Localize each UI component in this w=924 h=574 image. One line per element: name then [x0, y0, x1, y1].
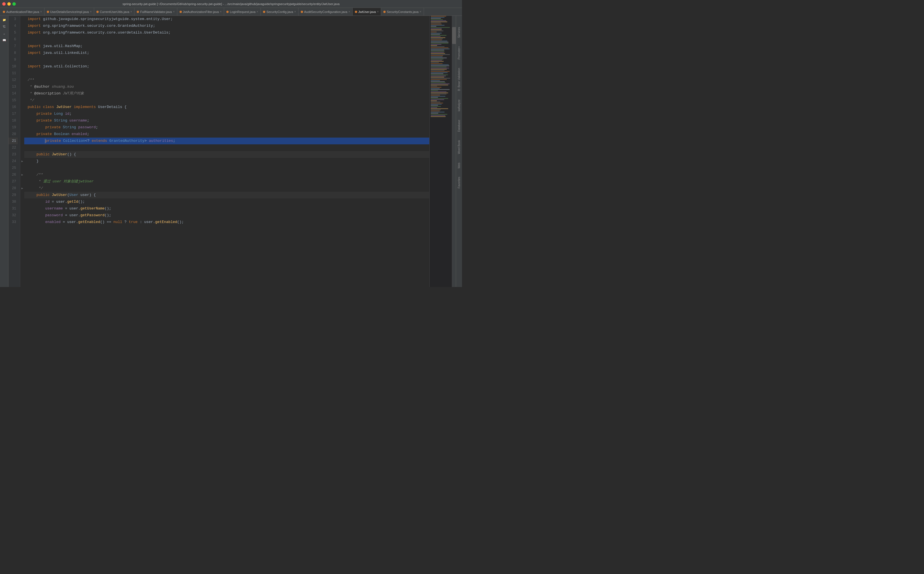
traffic-lights [2, 2, 16, 6]
tab-current-user[interactable]: CurrentUserUtils.java× [94, 8, 134, 16]
code-line[interactable]: */ [24, 97, 429, 104]
minimap-line [431, 98, 448, 99]
scrollbar[interactable] [452, 16, 456, 287]
code-line[interactable]: * 通过 user 对象创建jwtUser [24, 178, 429, 185]
code-line[interactable] [24, 144, 429, 151]
code-line[interactable]: * @description JWT用户对象 [24, 90, 429, 97]
code-line[interactable]: public JwtUser() { [24, 151, 429, 158]
line-number: 26 [8, 172, 18, 178]
tab-user-details-impl[interactable]: UserDetailsServiceImpl.java× [44, 8, 94, 16]
code-line[interactable]: private Long id; [24, 110, 429, 117]
fold-marker[interactable]: ▶ [20, 172, 24, 178]
code-token: ; [69, 110, 72, 117]
line-number: 33 [8, 219, 18, 226]
line-number: 5 [8, 29, 18, 36]
right-sidebar-label[interactable]: B: Bean Validation [458, 68, 461, 91]
code-line[interactable]: public class JwtUser implements UserDeta… [24, 104, 429, 110]
tab-security-constants[interactable]: SecurityConstants.java× [381, 8, 423, 16]
tab-auth-filter[interactable]: AuthenticationFilter.java× [0, 8, 44, 16]
code-line[interactable]: enabled = user.getEnabled() == null ? tr… [24, 219, 429, 226]
code-line[interactable]: import github.javaguide.springsecurityjw… [24, 16, 429, 22]
code-line[interactable]: username = user.getUserName(); [24, 205, 429, 212]
line-number: 30 [8, 199, 18, 205]
code-line[interactable]: public JwtUser(User user) { [24, 192, 429, 199]
minimap-line [431, 93, 448, 93]
tab-dot [301, 11, 303, 13]
code-line[interactable]: import java.util.LinkedList; [24, 50, 429, 57]
tab-close-icon[interactable]: × [131, 10, 132, 13]
minimap-line [431, 54, 450, 55]
code-line[interactable]: import java.util.Collection; [24, 63, 429, 70]
code-line[interactable]: private String username; [24, 117, 429, 124]
close-button[interactable] [2, 2, 6, 6]
code-line[interactable]: */ [24, 185, 429, 192]
code-token: UserDetails [98, 104, 124, 110]
tab-close-icon[interactable]: × [377, 10, 379, 13]
minimap-line [431, 36, 441, 37]
tab-security-config[interactable]: SecurityConfig.java× [261, 8, 299, 16]
right-sidebar-label[interactable]: Services [458, 27, 461, 38]
minimap-line [431, 116, 445, 117]
code-token: GrantedAuthority [109, 137, 145, 144]
tab-close-icon[interactable]: × [348, 10, 350, 13]
tab-jwt-auth-filter[interactable]: JwtAuthorizationFilter.java× [177, 8, 224, 16]
code-line[interactable]: id = user.getId(); [24, 199, 429, 205]
code-editor[interactable]: import github.javaguide.springsecurityjw… [24, 16, 429, 287]
tab-close-icon[interactable]: × [220, 10, 222, 13]
right-sidebar-label[interactable]: Web [458, 162, 461, 168]
maximize-button[interactable] [13, 2, 16, 6]
tab-close-icon[interactable]: × [420, 10, 422, 13]
sidebar-learn-icon[interactable]: 📖 [0, 37, 8, 43]
sidebar-structure-icon[interactable]: 🏗 [0, 24, 8, 30]
code-line[interactable]: /** [24, 77, 429, 84]
code-line[interactable]: private String password; [24, 124, 429, 131]
code-token: getEnabled [155, 219, 177, 226]
code-line[interactable]: private Boolean enabled; [24, 131, 429, 137]
tab-jwt-user[interactable]: JwtUser.java× [353, 8, 381, 16]
right-sidebar-label[interactable]: Database [458, 120, 461, 132]
code-token: null [113, 219, 122, 226]
minimap-line [431, 85, 448, 85]
tab-login-request[interactable]: LoginRequest.java× [224, 8, 261, 16]
code-line[interactable] [24, 36, 429, 43]
code-line[interactable]: * @author shuang.kou [24, 84, 429, 90]
code-line[interactable] [24, 57, 429, 63]
right-sidebar-label[interactable]: kafkalyze [458, 99, 461, 111]
code-token: @description [34, 90, 61, 97]
code-token: <? [85, 137, 90, 144]
sidebar-cloud-icon[interactable]: ☁ [0, 30, 8, 37]
code-token: Collection [63, 137, 85, 144]
code-line[interactable]: import org.springframework.security.core… [24, 29, 429, 36]
code-line[interactable]: private Collection<? extends GrantedAuth… [24, 137, 429, 144]
right-sidebar-label[interactable]: Promoter+ [458, 46, 461, 60]
minimize-button[interactable] [7, 2, 11, 6]
code-token: User [69, 192, 80, 199]
code-line[interactable]: /** [24, 172, 429, 178]
code-line[interactable]: import java.util.HashMap; [24, 43, 429, 50]
tab-close-icon[interactable]: × [257, 10, 258, 13]
minimap-line [431, 18, 441, 19]
code-token: import [28, 50, 43, 57]
code-line[interactable]: import org.springframework.security.core… [24, 22, 429, 29]
fold-marker[interactable]: ▶ [20, 185, 24, 192]
right-sidebar-label[interactable]: Word Book [458, 140, 461, 154]
tab-close-icon[interactable]: × [294, 10, 296, 13]
tab-audit-security[interactable]: AuditSecurityConfiguration.java× [299, 8, 353, 16]
tab-full-name-validator[interactable]: FullNameValidator.java× [134, 8, 177, 16]
tab-close-icon[interactable]: × [40, 10, 42, 13]
fold-marker [20, 199, 24, 205]
minimap-line [431, 74, 448, 75]
right-sidebar-label[interactable]: Favorites [458, 177, 461, 188]
tab-close-icon[interactable]: × [173, 10, 175, 13]
code-token: ; [87, 117, 89, 124]
code-line[interactable]: password = user.getPassword(); [24, 212, 429, 219]
code-token: import [28, 63, 43, 70]
sidebar-project-icon[interactable]: 📁 [0, 17, 8, 23]
code-line[interactable] [24, 165, 429, 172]
fold-marker[interactable]: ▶ [20, 158, 24, 165]
tab-close-icon[interactable]: × [90, 10, 91, 13]
code-line[interactable]: } [24, 158, 429, 165]
minimap-line [431, 76, 446, 76]
code-line[interactable] [24, 70, 429, 77]
scrollbar-thumb[interactable] [452, 27, 456, 44]
